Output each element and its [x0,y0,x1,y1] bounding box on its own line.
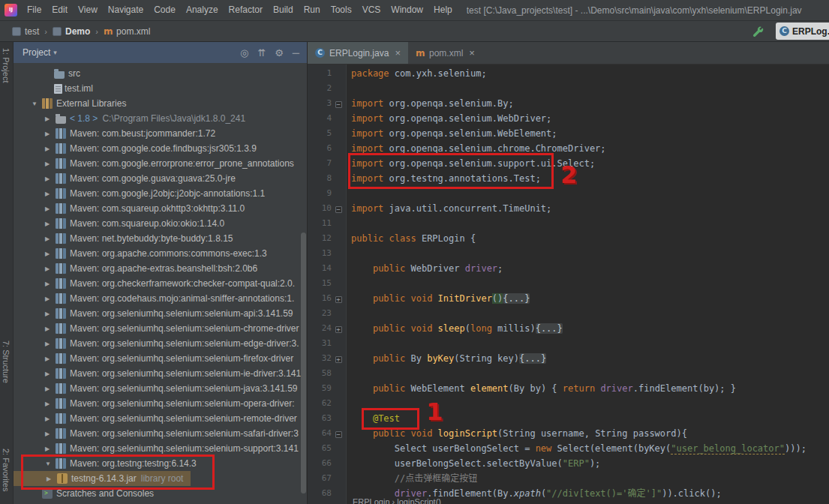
tree-expand-icon[interactable]: ▶ [45,340,56,347]
tree-item-src[interactable]: src [14,66,301,81]
menu-view[interactable]: View [73,0,103,20]
tree-expand-icon[interactable]: ▶ [45,310,56,317]
tree-item-maven-com.squareup.okio-okio-1.14.0[interactable]: ▶Maven: com.squareup.okio:okio:1.14.0 [14,216,301,231]
tree-expand-icon[interactable]: ▶ [45,266,56,272]
stripe-button-project[interactable]: 1: Project [2,48,11,82]
tree-item-maven-org.seleniumhq.selenium-selenium-firefox-driver[interactable]: ▶Maven: org.seleniumhq.selenium:selenium… [14,351,301,366]
tree-expand-icon[interactable]: ▶ [45,280,56,287]
tree-item-maven-org.seleniumhq.selenium-selenium-java-3.141.59[interactable]: ▶Maven: org.seleniumhq.selenium:selenium… [14,381,301,396]
tree-item-testng-6.14.3.jar[interactable]: ▶testng-6.14.3.jarlibrary root [14,471,301,486]
tree-item-maven-net.bytebuddy-byte-buddy-1.8.15[interactable]: ▶Maven: net.bytebuddy:byte-buddy:1.8.15 [14,231,301,246]
menu-build[interactable]: Build [268,0,299,20]
close-icon[interactable]: × [469,47,475,58]
tree-item-maven-org.codehaus.mojo-animal-sniffer-annotations-1.[interactable]: ▶Maven: org.codehaus.mojo:animal-sniffer… [14,291,301,306]
tree-item-test.iml[interactable]: test.iml [14,81,301,96]
tree-item-maven-org.seleniumhq.selenium-selenium-ie-driver-3.141[interactable]: ▶Maven: org.seleniumhq.selenium:selenium… [14,366,301,381]
tree-scrollbar[interactable] [301,232,306,494]
tree-expand-icon[interactable]: ▶ [45,400,56,407]
tree-item-maven-org.seleniumhq.selenium-selenium-api-3.141.59[interactable]: ▶Maven: org.seleniumhq.selenium:selenium… [14,306,301,321]
project-view-dropdown[interactable]: Project ▾ [23,47,57,58]
build-wrench-icon[interactable] [752,26,765,39]
tree-item-maven-com.squareup.okhttp3-okhttp-3.11.0[interactable]: ▶Maven: com.squareup.okhttp3:okhttp:3.11… [14,201,301,216]
tree-expand-icon[interactable]: ▶ [45,130,56,137]
tab-pom.xml[interactable]: mpom.xml× [408,42,482,64]
menu-code[interactable]: Code [149,0,181,20]
fold-marker-icon[interactable]: − [332,96,345,111]
hide-panel-icon[interactable]: ─ [293,47,299,58]
tree-item-maven-org.seleniumhq.selenium-selenium-edge-driver-3.[interactable]: ▶Maven: org.seleniumhq.selenium:selenium… [14,336,301,351]
tree-expand-icon[interactable]: ▶ [45,206,56,212]
menu-vcs[interactable]: VCS [357,0,386,20]
tree-item-maven-org.apache-extras.beanshell-bsh-2.0b6[interactable]: ▶Maven: org.apache-extras.beanshell:bsh:… [14,261,301,276]
fold-marker-icon[interactable]: − [332,426,345,441]
menu-run[interactable]: Run [299,0,326,20]
menu-refactor[interactable]: Refactor [224,0,268,20]
menu-file[interactable]: File [22,0,47,20]
tree-item-maven-com.google.j2objc-j2objc-annotations-1.1[interactable]: ▶Maven: com.google.j2objc:j2objc-annotat… [14,186,301,201]
settings-gear-icon[interactable]: ⚙ [275,47,284,58]
menu-tools[interactable]: Tools [326,0,357,20]
tree-expand-icon[interactable]: ▶ [45,326,56,332]
breadcrumb-item-test[interactable]: test [12,26,39,37]
tree-expand-icon[interactable]: ▶ [45,386,56,392]
fold-marker-icon[interactable]: + [332,291,345,306]
tree-expand-icon[interactable]: ▶ [45,370,56,377]
tree-item-1.8[interactable]: ▶< 1.8 >C:\Program Files\Java\jdk1.8.0_2… [14,111,301,126]
tree-item-maven-org.seleniumhq.selenium-selenium-chrome-driver[interactable]: ▶Maven: org.seleniumhq.selenium:selenium… [14,321,301,336]
window-title: test [C:\Java_projects\test] - ...\Demo\… [467,5,829,16]
breadcrumb-item-pom.xml[interactable]: mpom.xml [104,26,150,37]
tree-item-maven-org.seleniumhq.selenium-selenium-safari-driver-3[interactable]: ▶Maven: org.seleniumhq.selenium:selenium… [14,426,301,441]
fold-minus-icon: − [335,431,342,438]
tree-collapse-icon[interactable]: ▼ [32,100,42,107]
tree-item-maven-org.apache.commons-commons-exec-1.3[interactable]: ▶Maven: org.apache.commons:commons-exec:… [14,246,301,261]
tree-item-maven-com.google.guava-guava-25.0-jre[interactable]: ▶Maven: com.google.guava:guava:25.0-jre [14,171,301,186]
floating-editor-tab[interactable]: C ERPLog... [776,22,829,40]
gutter: 64− [308,426,347,441]
fold-marker-icon[interactable]: + [332,351,345,366]
code-token: import [351,128,389,139]
tree-item-external-libraries[interactable]: ▼External Libraries [14,96,301,111]
tree-expand-icon[interactable]: ▶ [45,430,56,437]
tree-item-maven-com.beust-jcommander-1.72[interactable]: ▶Maven: com.beust:jcommander:1.72 [14,126,301,141]
menu-edit[interactable]: Edit [47,0,73,20]
tree-expand-icon[interactable]: ▶ [45,446,56,452]
editor-code[interactable]: 1package com.yxh.selenium;23−import org.… [308,64,829,504]
editor-area[interactable]: CERPLogin.java×mpom.xml× 1package com.yx… [308,42,829,504]
close-icon[interactable]: × [395,47,401,58]
menu-navigate[interactable]: Navigate [103,0,149,20]
tab-erplogin.java[interactable]: CERPLogin.java× [308,42,408,64]
tree-expand-icon[interactable]: ▶ [45,236,56,242]
fold-marker-icon[interactable]: − [332,201,345,216]
line-number: 66 [308,456,332,471]
stripe-button-structure[interactable]: 7: Structure [2,340,11,383]
tree-expand-icon[interactable]: ▶ [45,296,56,302]
fold-marker-icon[interactable]: + [332,321,345,336]
tree-collapse-icon[interactable]: ▼ [45,460,56,467]
tree-item-maven-com.google.errorprone-error-prone-annotations[interactable]: ▶Maven: com.google.errorprone:error_pron… [14,156,301,171]
breadcrumb-item-demo[interactable]: Demo [53,26,90,37]
tree-expand-icon[interactable]: ▶ [45,356,56,362]
stripe-button-favorites[interactable]: 2: Favorites [2,448,11,491]
menu-help[interactable]: Help [428,0,458,20]
tree-expand-icon[interactable]: ▶ [45,116,56,122]
tree-expand-icon[interactable]: ▶ [45,146,56,152]
tree-item-maven-com.google.code.findbugs-jsr305-1.3.9[interactable]: ▶Maven: com.google.code.findbugs:jsr305:… [14,141,301,156]
tree-item-maven-org.seleniumhq.selenium-selenium-opera-driver[interactable]: ▶Maven: org.seleniumhq.selenium:selenium… [14,396,301,411]
collapse-all-icon[interactable]: ⇈ [257,47,266,58]
menu-window[interactable]: Window [386,0,428,20]
code-text: import org.openqa.selenium.chrome.Chrome… [347,141,606,156]
tree-item-maven-org.seleniumhq.selenium-selenium-support-3.141[interactable]: ▶Maven: org.seleniumhq.selenium:selenium… [14,441,301,456]
tree-expand-icon[interactable]: ▶ [45,250,56,257]
tree-expand-icon[interactable]: ▶ [45,160,56,167]
tree-expand-icon[interactable]: ▶ [45,416,56,422]
tree-item-scratches-and-consoles[interactable]: Scratches and Consoles [14,486,301,501]
tree-item-maven-org.testng-testng-6.14.3[interactable]: ▼Maven: org.testng:testng:6.14.3 [14,456,301,471]
tree-expand-icon[interactable]: ▶ [45,176,56,182]
tree-item-maven-org.checkerframework-checker-compat-qual-2.0.[interactable]: ▶Maven: org.checkerframework:checker-com… [14,276,301,291]
tree-item-maven-org.seleniumhq.selenium-selenium-remote-driver[interactable]: ▶Maven: org.seleniumhq.selenium:selenium… [14,411,301,426]
locate-icon[interactable]: ◎ [240,47,248,58]
tree-expand-icon[interactable]: ▶ [45,190,56,197]
tree-expand-icon[interactable]: ▶ [47,476,57,482]
tree-expand-icon[interactable]: ▶ [45,220,56,227]
menu-analyze[interactable]: Analyze [181,0,224,20]
